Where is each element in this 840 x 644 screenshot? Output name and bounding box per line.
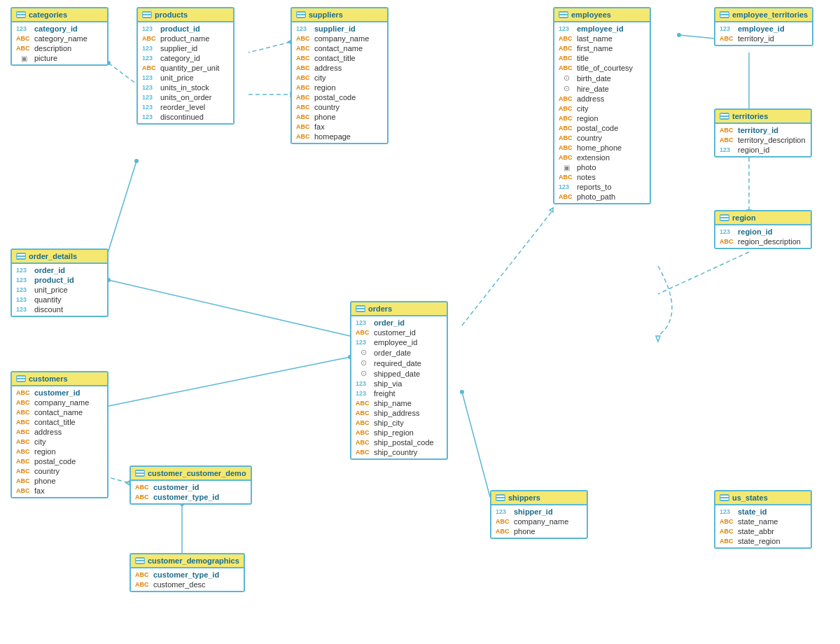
table-customer_customer_demo[interactable]: customer_customer_demoABCcustomer_idABCc… bbox=[130, 465, 252, 505]
type-icon-numeric: 123 bbox=[559, 183, 574, 190]
type-icon-text: ABC bbox=[356, 429, 371, 436]
table-us_states[interactable]: us_states123state_idABCstate_nameABCstat… bbox=[714, 490, 812, 549]
type-icon-text: ABC bbox=[720, 127, 735, 134]
field-name: shipper_id bbox=[514, 507, 553, 516]
field-name: unit_price bbox=[160, 74, 194, 82]
svg-line-0 bbox=[108, 63, 136, 84]
field-name: city bbox=[314, 74, 326, 82]
table-field-row: 123region_id bbox=[715, 227, 811, 237]
type-icon-text: ABC bbox=[296, 123, 312, 130]
table-suppliers[interactable]: suppliers123supplier_idABCcompany_nameAB… bbox=[290, 7, 388, 144]
table-db-icon bbox=[135, 557, 145, 564]
field-name: region_id bbox=[738, 227, 773, 236]
type-icon-numeric: 123 bbox=[16, 25, 31, 32]
table-field-row: ⊙order_date bbox=[351, 347, 447, 358]
field-name: shipped_date bbox=[374, 370, 420, 378]
type-icon-text: ABC bbox=[16, 428, 31, 435]
table-region[interactable]: region123region_idABCregion_description bbox=[714, 210, 812, 249]
type-icon-text: ABC bbox=[142, 35, 158, 42]
field-name: title_of_courtesy bbox=[577, 64, 633, 72]
table-field-row: 123region_id bbox=[715, 145, 811, 155]
table-employees[interactable]: employees123employee_idABClast_nameABCfi… bbox=[553, 7, 651, 204]
table-orders[interactable]: orders123order_idABCcustomer_id123employ… bbox=[350, 301, 448, 460]
table-title: categories bbox=[29, 10, 67, 19]
type-icon-text: ABC bbox=[16, 35, 31, 42]
table-field-row: 123units_on_order bbox=[138, 92, 233, 102]
table-order_details[interactable]: order_details123order_id123product_id123… bbox=[10, 248, 108, 317]
table-field-row: ABCaddress bbox=[12, 427, 107, 437]
table-field-row: 123product_id bbox=[138, 24, 233, 34]
table-products[interactable]: products123product_idABCproduct_name123s… bbox=[136, 7, 234, 125]
table-field-row: ABCterritory_description bbox=[715, 135, 811, 145]
type-icon-text: ABC bbox=[559, 115, 574, 122]
type-icon-text: ABC bbox=[356, 410, 371, 416]
table-db-icon bbox=[16, 253, 26, 260]
field-name: unit_price bbox=[34, 286, 68, 294]
type-icon-date: ⊙ bbox=[356, 369, 371, 378]
field-name: region_description bbox=[738, 237, 801, 246]
table-header-customer_demographics: customer_demographics bbox=[131, 554, 244, 568]
table-field-row: ABCextension bbox=[554, 153, 650, 162]
field-name: state_abbr bbox=[738, 527, 774, 536]
type-icon-text: ABC bbox=[356, 449, 371, 456]
table-customer_demographics[interactable]: customer_demographicsABCcustomer_type_id… bbox=[130, 553, 245, 592]
table-categories[interactable]: categories123category_idABCcategory_name… bbox=[10, 7, 108, 66]
field-name: photo bbox=[577, 163, 596, 172]
svg-line-2 bbox=[248, 42, 290, 52]
table-field-row: ABCcustomer_id bbox=[351, 328, 447, 337]
field-name: freight bbox=[374, 389, 396, 398]
type-icon-text: ABC bbox=[296, 84, 312, 91]
type-icon-numeric: 123 bbox=[142, 74, 158, 81]
table-field-row: ABCcustomer_id bbox=[12, 388, 107, 398]
field-name: notes bbox=[577, 173, 596, 181]
table-field-row: 123ship_via bbox=[351, 379, 447, 388]
field-name: birth_date bbox=[577, 74, 611, 83]
table-field-row: ABCcustomer_type_id bbox=[131, 492, 251, 502]
type-icon-text: ABC bbox=[496, 528, 511, 535]
field-name: country bbox=[314, 103, 340, 111]
field-name: order_id bbox=[374, 318, 405, 327]
table-field-row: ABCphone bbox=[491, 526, 587, 536]
table-customers[interactable]: customersABCcustomer_idABCcompany_nameAB… bbox=[10, 371, 108, 498]
svg-line-24 bbox=[658, 252, 749, 294]
table-field-row: ABCaddress bbox=[292, 63, 387, 73]
field-name: phone bbox=[314, 113, 336, 121]
field-name: category_id bbox=[34, 24, 78, 33]
table-header-orders: orders bbox=[351, 302, 447, 316]
table-body-employees: 123employee_idABClast_nameABCfirst_nameA… bbox=[554, 22, 650, 203]
type-icon-numeric: 123 bbox=[296, 25, 312, 32]
type-icon-text: ABC bbox=[296, 113, 312, 120]
type-icon-date: ⊙ bbox=[356, 358, 371, 368]
table-field-row: ABCship_name bbox=[351, 398, 447, 408]
table-field-row: ABCcompany_name bbox=[491, 517, 587, 526]
table-field-row: ⊙required_date bbox=[351, 358, 447, 368]
field-name: product_id bbox=[160, 24, 200, 33]
table-header-region: region bbox=[715, 211, 811, 225]
table-field-row: ⊙hire_date bbox=[554, 83, 650, 94]
table-field-row: ABCstate_abbr bbox=[715, 526, 811, 536]
type-icon-text: ABC bbox=[559, 125, 574, 132]
table-field-row: ABCstate_name bbox=[715, 517, 811, 526]
table-header-categories: categories bbox=[12, 8, 107, 22]
type-icon-text: ABC bbox=[296, 55, 312, 62]
type-icon-text: ABC bbox=[16, 458, 31, 465]
type-icon-numeric: 123 bbox=[142, 55, 158, 62]
table-territories[interactable]: territoriesABCterritory_idABCterritory_d… bbox=[714, 108, 812, 158]
table-db-icon bbox=[356, 305, 365, 312]
table-field-row: ABCaddress bbox=[554, 94, 650, 104]
table-body-customer_customer_demo: ABCcustomer_idABCcustomer_type_id bbox=[131, 481, 251, 503]
table-db-icon bbox=[559, 11, 568, 18]
type-icon-numeric: 123 bbox=[356, 380, 371, 387]
table-field-row: ABCcountry bbox=[12, 466, 107, 476]
table-title: suppliers bbox=[309, 10, 343, 19]
table-employee_territories[interactable]: employee_territories123employee_idABCter… bbox=[714, 7, 813, 46]
table-shippers[interactable]: shippers123shipper_idABCcompany_nameABCp… bbox=[490, 490, 588, 539]
type-icon-numeric: 123 bbox=[496, 508, 511, 515]
table-field-row: ABCphone bbox=[292, 112, 387, 122]
type-icon-image: ▣ bbox=[16, 55, 31, 62]
svg-marker-23 bbox=[656, 336, 660, 342]
field-name: employee_id bbox=[738, 24, 785, 33]
type-icon-text: ABC bbox=[559, 174, 574, 181]
field-name: employee_id bbox=[374, 338, 417, 346]
type-icon-text: ABC bbox=[135, 581, 150, 588]
